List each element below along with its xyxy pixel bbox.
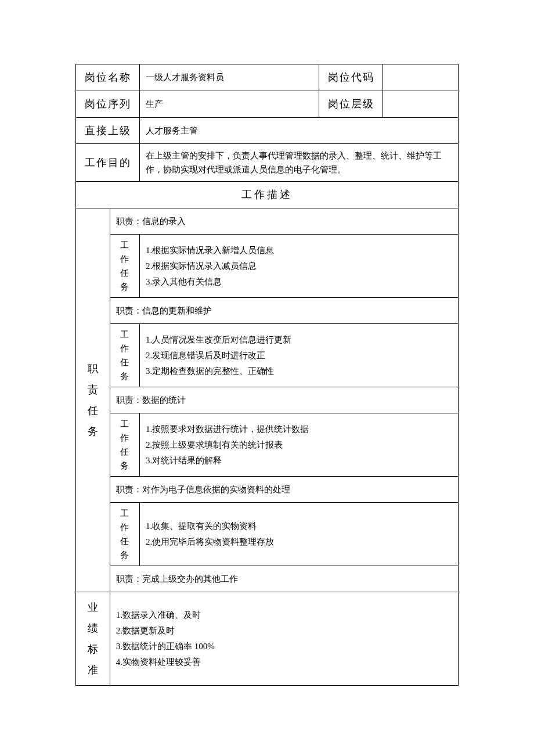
task-label-3: 工作任务 (110, 413, 139, 477)
position-code-value (383, 64, 459, 91)
task-label-1: 工作任务 (110, 235, 139, 298)
duty-2-text: 信息的更新和维护 (142, 306, 212, 315)
job-description-table: 岗位名称 一级人才服务资料员 岗位代码 岗位序列 生产 岗位层级 直接上级 人才… (75, 64, 459, 686)
performance-content: 1.数据录入准确、及时2.数据更新及时3.数据统计的正确率 100%4.实物资料… (110, 592, 458, 686)
task-content-2: 1.人员情况发生改变后对信息进行更新2.发现信息错误后及时进行改正3.定期检查数… (140, 324, 459, 387)
task-label-4: 工作任务 (110, 503, 139, 566)
task-label-2: 工作任务 (110, 324, 139, 387)
duty-5-text: 完成上级交办的其他工作 (142, 574, 238, 584)
direct-superior-value: 人才服务主管 (140, 117, 459, 144)
task-content-1: 1.根据实际情况录入新增人员信息2.根据实际情况录入减员信息3.录入其他有关信息 (140, 235, 459, 298)
position-series-value: 生产 (140, 91, 319, 117)
direct-superior-label: 直接上级 (76, 117, 140, 144)
position-level-label: 岗位层级 (319, 91, 383, 117)
position-level-value (383, 91, 459, 117)
position-series-label: 岗位序列 (76, 91, 140, 117)
duty-3-text: 数据的统计 (142, 395, 186, 405)
duty-1-text: 信息的录入 (142, 217, 186, 226)
duty-title-1: 职责：信息的录入 (110, 208, 458, 235)
responsibility-label: 职责任务 (76, 208, 110, 592)
task-content-4: 1.收集、提取有关的实物资料2.使用完毕后将实物资料整理存放 (140, 503, 459, 566)
performance-label: 业绩标准 (76, 592, 110, 686)
work-purpose-value: 在上级主管的安排下，负责人事代理管理数据的录入、整理、统计、维护等工作，协助实现… (140, 144, 459, 182)
duty-prefix: 职责： (116, 217, 142, 226)
duty-title-4: 职责：对作为电子信息依据的实物资料的处理 (110, 477, 458, 503)
section-title: 工作描述 (76, 182, 459, 208)
duty-prefix: 职责： (116, 485, 142, 494)
duty-prefix: 职责： (116, 395, 142, 405)
duty-title-3: 职责：数据的统计 (110, 387, 458, 413)
position-name-value: 一级人才服务资料员 (140, 64, 319, 91)
duty-title-5: 职责：完成上级交办的其他工作 (110, 566, 458, 592)
work-purpose-label: 工作目的 (76, 144, 140, 182)
position-name-label: 岗位名称 (76, 64, 140, 91)
task-content-3: 1.按照要求对数据进行统计，提供统计数据2.按照上级要求填制有关的统计报表3.对… (140, 413, 459, 477)
duty-4-text: 对作为电子信息依据的实物资料的处理 (142, 485, 290, 494)
duty-prefix: 职责： (116, 306, 142, 315)
duty-title-2: 职责：信息的更新和维护 (110, 298, 458, 324)
position-code-label: 岗位代码 (319, 64, 383, 91)
duty-prefix: 职责： (116, 574, 142, 584)
